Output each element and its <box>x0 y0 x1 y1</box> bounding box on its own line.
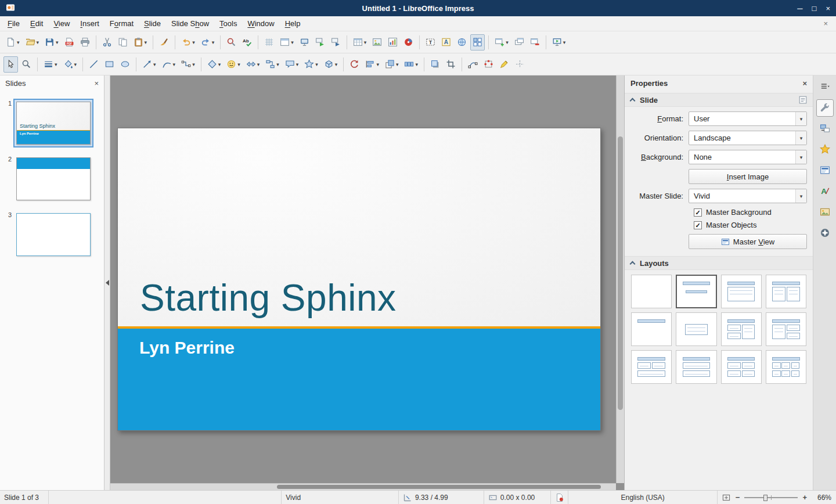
layout-blank[interactable] <box>631 275 672 308</box>
dropdown-arrow-icon[interactable]: ▾ <box>335 62 338 67</box>
paste-button[interactable]: ▾ <box>131 34 150 51</box>
close-slides-panel-button[interactable]: × <box>94 79 99 88</box>
dropdown-arrow-icon[interactable]: ▾ <box>296 62 299 67</box>
sidebar-tab-styles[interactable]: A <box>816 183 834 200</box>
close-button[interactable]: × <box>826 5 830 12</box>
dropdown-arrow-icon[interactable]: ▾ <box>396 62 399 67</box>
close-properties-button[interactable]: × <box>802 79 807 88</box>
dropdown-arrow-icon[interactable]: ▾ <box>55 62 57 67</box>
dropdown-arrow-icon[interactable]: ▾ <box>415 62 418 67</box>
3d-objects-button[interactable]: ▾ <box>322 56 340 73</box>
layouts-section-header[interactable]: Layouts <box>625 256 813 270</box>
orientation-dropdown-arrow[interactable]: ▾ <box>795 131 806 145</box>
format-dropdown[interactable]: User▾ <box>689 111 807 126</box>
save-button[interactable]: ▾ <box>42 34 61 51</box>
dropdown-arrow-icon[interactable]: ▾ <box>237 62 240 67</box>
clone-formatting-button[interactable] <box>157 34 171 51</box>
menu-edit[interactable]: Edit <box>25 17 48 30</box>
spelling-button[interactable]: Ab <box>240 34 254 51</box>
zoom-slider[interactable] <box>744 494 798 502</box>
dropdown-arrow-icon[interactable]: ▾ <box>56 39 59 45</box>
dropdown-arrow-icon[interactable]: ▾ <box>376 62 379 67</box>
dropdown-arrow-icon[interactable]: ▾ <box>153 62 156 67</box>
find-replace-button[interactable] <box>224 34 239 51</box>
symbol-shapes-button[interactable]: ▾ <box>224 56 243 73</box>
slide-section-header[interactable]: Slide <box>625 93 813 107</box>
insert-chart-button[interactable] <box>385 34 400 51</box>
distribute-button[interactable]: ▾ <box>402 56 420 73</box>
layout-title-content[interactable] <box>721 275 762 308</box>
dropdown-arrow-icon[interactable]: ▾ <box>74 62 77 67</box>
slide-thumbnail-3[interactable]: 3 <box>0 210 104 259</box>
fill-color-button[interactable]: ▾ <box>61 56 80 73</box>
basic-shapes-button[interactable]: ▾ <box>205 56 224 73</box>
sidebar-tab-transitions[interactable] <box>816 120 834 138</box>
dropdown-arrow-icon[interactable]: ▾ <box>563 39 566 45</box>
slide-canvas[interactable]: Starting Sphinx Lyn Perrine <box>117 128 601 431</box>
layout-t-c-2c[interactable] <box>766 312 806 346</box>
print-button[interactable] <box>78 34 92 51</box>
sidebar-tab-navigator[interactable] <box>816 225 834 242</box>
export-pdf-button[interactable]: PDF <box>62 34 77 51</box>
slide-subtitle[interactable]: Lyn Perrine <box>139 338 600 358</box>
master-slide-dropdown-arrow[interactable]: ▾ <box>795 189 806 203</box>
format-dropdown-arrow[interactable]: ▾ <box>795 112 806 125</box>
insert-image-button[interactable]: Insert Image <box>689 169 807 184</box>
cut-button[interactable] <box>100 34 114 51</box>
insert-fontwork-button[interactable]: A <box>439 34 453 51</box>
slide-thumb-preview[interactable]: Starting SphinxLyn Perrine <box>16 102 91 145</box>
dropdown-arrow-icon[interactable]: ▾ <box>212 39 215 45</box>
master-objects-checkbox[interactable]: ✓ <box>694 221 702 229</box>
dropdown-arrow-icon[interactable]: ▾ <box>218 62 221 67</box>
master-view-button[interactable]: Master View <box>689 234 807 249</box>
insert-image-button[interactable] <box>370 34 384 51</box>
master-slide-status[interactable]: Vivid <box>282 491 399 504</box>
restore-button[interactable]: □ <box>812 5 817 12</box>
zoom-in-button[interactable]: + <box>801 493 808 502</box>
layout-t-6c[interactable] <box>766 350 806 384</box>
curves-polygons-button[interactable]: ▾ <box>160 56 178 73</box>
sidebar-tab-animation[interactable] <box>816 141 834 159</box>
layout-t-4c[interactable] <box>721 350 762 384</box>
start-from-first-button[interactable] <box>313 34 327 51</box>
panel-splitter[interactable] <box>105 75 110 490</box>
glue-points-button[interactable] <box>481 56 496 73</box>
vertical-scrollbar-thumb[interactable] <box>618 136 623 409</box>
block-arrows-button[interactable]: ▾ <box>244 56 262 73</box>
menu-insert[interactable]: Insert <box>75 17 105 30</box>
menu-file[interactable]: File <box>2 17 25 30</box>
menu-window[interactable]: Window <box>242 17 279 30</box>
minimize-button[interactable]: ─ <box>797 5 802 12</box>
menu-view[interactable]: View <box>48 17 75 30</box>
delete-slide-button[interactable] <box>528 34 542 51</box>
slide-thumbnail-1[interactable]: 1Starting SphinxLyn Perrine <box>0 99 104 147</box>
zoom-percent[interactable]: 66% <box>812 494 831 502</box>
redo-button[interactable]: ▾ <box>199 34 217 51</box>
insert-media-button[interactable] <box>401 34 416 51</box>
layout-centered-text[interactable] <box>676 312 716 346</box>
crop-button[interactable] <box>444 56 458 73</box>
dropdown-arrow-icon[interactable]: ▾ <box>192 62 195 67</box>
undo-button[interactable]: ▾ <box>179 34 197 51</box>
document-modified-status[interactable] <box>551 491 568 504</box>
edit-points-button[interactable] <box>466 56 480 73</box>
horizontal-scrollbar[interactable] <box>110 483 616 490</box>
ellipse-button[interactable] <box>118 56 132 73</box>
more-options-icon[interactable] <box>798 95 808 105</box>
zoom-out-button[interactable]: − <box>734 493 741 502</box>
vertical-scrollbar[interactable] <box>616 75 624 483</box>
background-dropdown[interactable]: None▾ <box>689 150 807 164</box>
dropdown-arrow-icon[interactable]: ▾ <box>145 39 147 45</box>
line-style-button[interactable]: ▾ <box>41 56 60 73</box>
horizontal-scrollbar-thumb[interactable] <box>277 485 600 489</box>
duplicate-slide-button[interactable] <box>512 34 527 51</box>
new-button[interactable]: ▾ <box>3 34 22 51</box>
callout-shapes-button[interactable]: ▾ <box>283 56 301 73</box>
rectangle-button[interactable] <box>102 56 117 73</box>
dropdown-arrow-icon[interactable]: ▾ <box>192 39 195 45</box>
menu-tools[interactable]: Tools <box>214 17 242 30</box>
sidebar-tab-master-slides[interactable] <box>816 162 834 179</box>
sidebar-tab-gallery[interactable] <box>816 204 834 221</box>
select-button[interactable] <box>3 56 18 73</box>
layout-title-subtitle[interactable] <box>676 275 716 308</box>
